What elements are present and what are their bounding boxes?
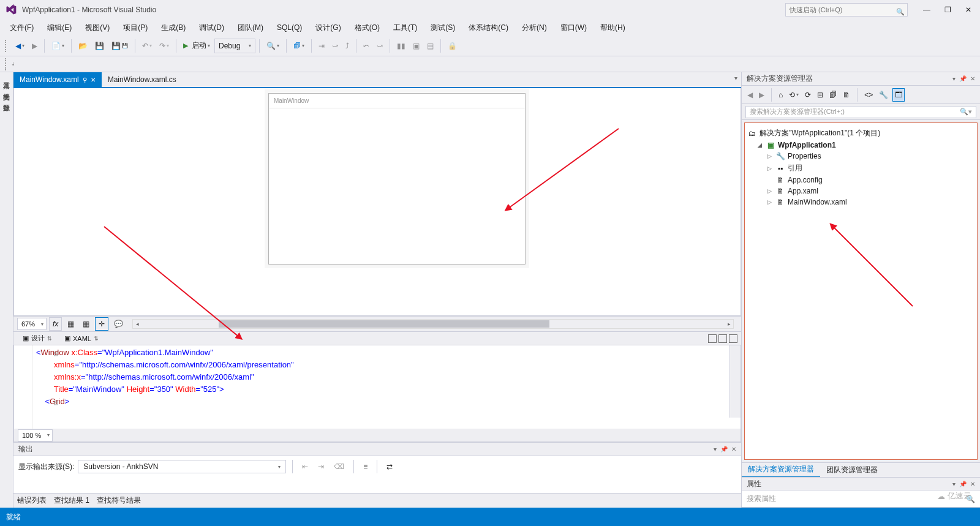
effects-button[interactable]: fx (49, 317, 62, 331)
toolbar-grip-2[interactable] (5, 58, 9, 70)
toolbar-grip[interactable] (5, 40, 9, 52)
tree-item-mainwindow[interactable]: ▷🗎MainWindow.xaml (747, 197, 974, 208)
align-left-button[interactable]: ⤺ (360, 40, 372, 52)
snap-grid-button[interactable]: ▦ (80, 318, 92, 330)
restore-button[interactable]: ❐ (941, 3, 954, 17)
se-sync-button[interactable]: ⟲▾ (787, 89, 801, 101)
output-wrap-button[interactable]: ≡ (360, 460, 371, 473)
menu-help[interactable]: 帮助(H) (594, 21, 631, 35)
side-tab-data-sources[interactable]: 数据源 (1, 97, 12, 102)
menu-file[interactable]: 文件(F) (4, 21, 40, 35)
side-tab-toolbox[interactable]: 工具箱 (1, 75, 12, 80)
tab-team-explorer[interactable]: 团队资源管理器 (820, 463, 884, 477)
menu-view[interactable]: 视图(V) (79, 21, 116, 35)
se-home-button[interactable]: ⌂ (777, 89, 785, 101)
fold-icon[interactable]: ⊟ (53, 397, 58, 409)
tree-solution-node[interactable]: 🗂解决方案"WpfApplication1"(1 个项目) (747, 127, 974, 140)
xaml-code-editor[interactable]: ⊟<Window x:Class="WpfApplication1.MainWi… (13, 345, 741, 429)
toggle-icon[interactable]: ▷ (766, 153, 773, 159)
doc-tab-inactive[interactable]: MainWindow.xaml.cs (102, 72, 183, 87)
lock-button[interactable]: 🔒 (445, 40, 460, 52)
tab-solution-explorer[interactable]: 解决方案资源管理器 (742, 462, 820, 478)
prop-search-placeholder[interactable]: 搜索属性 (747, 494, 966, 504)
xaml-designer[interactable]: MainWindow (13, 88, 741, 316)
code-text[interactable]: ⊟<Window x:Class="WpfApplication1.MainWi… (32, 345, 294, 429)
menu-project[interactable]: 项目(P) (117, 21, 154, 35)
menu-build[interactable]: 生成(B) (155, 21, 192, 35)
tree-item-appconfig[interactable]: 🗎App.config (747, 175, 974, 186)
nav-forward-button[interactable]: ▶ (29, 40, 40, 52)
menu-sql[interactable]: SQL(Q) (271, 21, 308, 34)
prop-close-button[interactable]: ✕ (970, 481, 975, 487)
tab-overflow-button[interactable]: ▾ (734, 75, 737, 81)
save-all-button[interactable]: 💾💾 (108, 40, 131, 52)
close-button[interactable]: ✕ (962, 3, 975, 17)
se-show-all-button[interactable]: 🗐 (827, 89, 839, 101)
redo-button[interactable]: ↷▾ (156, 40, 172, 52)
snap-lines-button[interactable]: ✛ (95, 317, 108, 331)
se-preview-button[interactable]: 🗎 (841, 89, 852, 101)
send-back-button[interactable]: ▣ (410, 40, 423, 52)
solution-tree[interactable]: 🗂解决方案"WpfApplication1"(1 个项目) ◢▣WpfAppli… (744, 122, 978, 460)
toggle-icon[interactable]: ▷ (766, 199, 773, 205)
close-tab-icon[interactable]: ✕ (91, 77, 96, 83)
undo-button[interactable]: ↶▾ (139, 40, 155, 52)
tree-project-node[interactable]: ◢▣WpfApplication1 (747, 140, 974, 151)
tab-design[interactable]: ▣ 设计 ⇅ (17, 332, 58, 345)
se-pin-button[interactable]: 📌 (959, 75, 967, 82)
output-clear-button[interactable]: ⌫ (331, 460, 347, 473)
code-split-handle[interactable] (729, 345, 741, 418)
tree-item-properties[interactable]: ▷🔧Properties (747, 151, 974, 162)
annotations-button[interactable]: 💬 (111, 318, 126, 330)
menu-analyze[interactable]: 分析(N) (516, 21, 553, 35)
find-button[interactable]: 🔍▾ (263, 40, 282, 52)
split-collapse-button[interactable] (729, 334, 737, 343)
menu-window[interactable]: 窗口(W) (554, 21, 593, 35)
menu-architecture[interactable]: 体系结构(C) (462, 21, 514, 35)
output-source-combo[interactable]: Subversion - AnkhSVN▾ (78, 460, 286, 473)
se-close-button[interactable]: ✕ (970, 75, 975, 82)
panel-pin-button[interactable]: 📌 (720, 446, 728, 453)
se-view-button[interactable]: 🗔 (892, 88, 905, 102)
menu-format[interactable]: 格式(O) (349, 21, 386, 35)
se-collapse-button[interactable]: ⊟ (815, 89, 825, 101)
save-button[interactable]: 💾 (92, 40, 107, 52)
quick-launch-input[interactable]: 快速启动 (Ctrl+Q) 🔍 (785, 3, 908, 17)
zoom-combo[interactable]: 67% (17, 318, 47, 330)
se-properties-button[interactable]: 🔧 (877, 89, 890, 101)
grid-button[interactable]: ▦ (64, 318, 77, 330)
start-debug-button[interactable]: ▶启动 ▾ (180, 39, 213, 53)
se-back-button[interactable]: ◀ (745, 89, 755, 101)
split-horizontal-button[interactable] (718, 334, 727, 343)
bring-front-button[interactable]: ▤ (424, 40, 437, 52)
split-vertical-button[interactable] (708, 334, 717, 343)
tab-find-symbol-results[interactable]: 查找符号结果 (97, 495, 141, 506)
output-toggle-button[interactable]: ⇄ (383, 460, 396, 473)
panel-close-button[interactable]: ✕ (731, 446, 736, 453)
solution-button[interactable]: 🗊▾ (290, 40, 307, 52)
pin-icon[interactable]: ⚲ (83, 77, 87, 83)
designer-hscrollbar[interactable]: ◂▸ (132, 319, 734, 329)
se-code-button[interactable]: <> (862, 89, 875, 101)
se-menu-button[interactable]: ▾ (952, 75, 956, 82)
menu-test[interactable]: 测试(S) (424, 21, 461, 35)
output-next-button[interactable]: ⇥ (315, 460, 327, 473)
toggle-icon[interactable]: ▷ (766, 188, 773, 194)
design-window-preview[interactable]: MainWindow (268, 93, 526, 265)
tree-item-references[interactable]: ▷▪▪引用 (747, 162, 974, 175)
tab-xaml[interactable]: ▣ XAML ⇅ (59, 333, 104, 344)
minimize-button[interactable]: — (920, 3, 933, 17)
align-right-button[interactable]: ⤻ (374, 40, 386, 52)
new-project-button[interactable]: 📄▾ (48, 40, 67, 52)
menu-team[interactable]: 团队(M) (232, 21, 270, 35)
doc-tab-active[interactable]: MainWindow.xaml ⚲ ✕ (13, 72, 102, 87)
step-over-button[interactable]: ⤻ (329, 40, 341, 52)
menu-debug[interactable]: 调试(D) (193, 21, 230, 35)
nav-back-button[interactable]: ◀▾ (12, 40, 28, 52)
code-zoom-combo[interactable]: 100 % (18, 429, 53, 441)
tab-order-button[interactable]: ▮▮ (394, 40, 409, 52)
se-search-input[interactable]: 搜索解决方案资源管理器(Ctrl+;) 🔍▾ (745, 106, 976, 118)
step-out-button[interactable]: ⤴ (342, 40, 352, 52)
configuration-combo[interactable]: Debug▾ (214, 39, 255, 53)
tab-find-results-1[interactable]: 查找结果 1 (54, 495, 89, 506)
